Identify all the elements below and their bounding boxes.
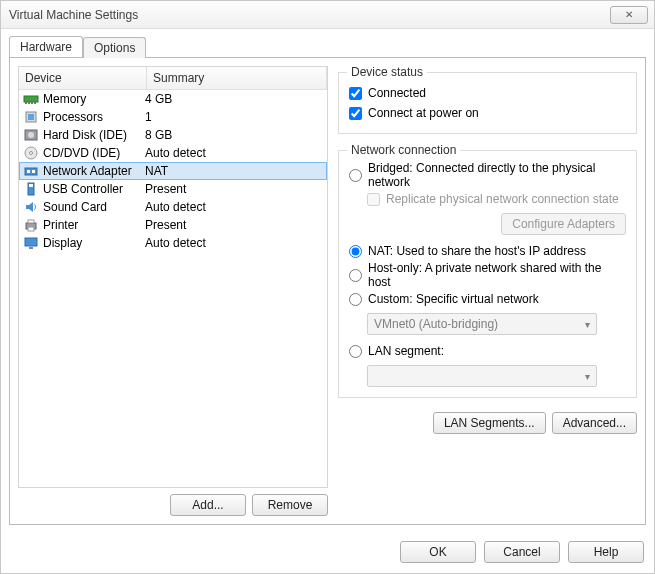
hardware-panel: Device Summary Memory4 GBProcessors1Hard… (9, 57, 646, 525)
add-button[interactable]: Add... (170, 494, 246, 516)
device-name: Hard Disk (IDE) (43, 128, 127, 142)
replicate-checkbox (367, 193, 380, 206)
svg-rect-17 (28, 220, 34, 223)
device-name: CD/DVD (IDE) (43, 146, 120, 160)
disk-icon (23, 127, 39, 143)
configure-adapters-button: Configure Adapters (501, 213, 626, 235)
lan-segment-select (367, 365, 597, 387)
cd-icon (23, 145, 39, 161)
svg-rect-18 (28, 227, 34, 231)
hostonly-radio-row[interactable]: Host-only: A private network shared with… (349, 261, 626, 289)
device-row[interactable]: CD/DVD (IDE)Auto detect (19, 144, 327, 162)
svg-rect-4 (34, 102, 36, 104)
connect-poweron-checkbox[interactable] (349, 107, 362, 120)
connected-label: Connected (368, 86, 426, 100)
lan-segment-radio-row[interactable]: LAN segment: (349, 341, 626, 361)
device-row[interactable]: Memory4 GB (19, 90, 327, 108)
svg-rect-20 (29, 247, 33, 249)
content-area: Hardware Options Device Summary Memory4 … (1, 29, 654, 573)
device-row[interactable]: PrinterPresent (19, 216, 327, 234)
ok-button[interactable]: OK (400, 541, 476, 563)
col-header-device[interactable]: Device (19, 67, 147, 89)
svg-point-10 (30, 152, 33, 155)
help-button[interactable]: Help (568, 541, 644, 563)
connected-checkbox-row[interactable]: Connected (349, 83, 626, 103)
custom-network-select: VMnet0 (Auto-bridging) (367, 313, 597, 335)
device-summary: NAT (145, 164, 323, 178)
svg-rect-2 (28, 102, 30, 104)
replicate-label: Replicate physical network connection st… (386, 192, 619, 206)
device-row[interactable]: Sound CardAuto detect (19, 198, 327, 216)
bridged-radio-row[interactable]: Bridged: Connected directly to the physi… (349, 161, 626, 189)
device-summary: 4 GB (145, 92, 323, 106)
svg-rect-3 (31, 102, 33, 104)
close-icon: ✕ (625, 9, 633, 20)
sound-icon (23, 199, 39, 215)
device-name: USB Controller (43, 182, 123, 196)
device-list[interactable]: Device Summary Memory4 GBProcessors1Hard… (18, 66, 328, 488)
remove-button[interactable]: Remove (252, 494, 328, 516)
device-row[interactable]: Hard Disk (IDE)8 GB (19, 126, 327, 144)
svg-rect-13 (32, 170, 35, 173)
svg-rect-1 (25, 102, 27, 104)
connected-checkbox[interactable] (349, 87, 362, 100)
device-summary: Present (145, 182, 323, 196)
device-status-title: Device status (347, 65, 427, 79)
connect-poweron-checkbox-row[interactable]: Connect at power on (349, 103, 626, 123)
device-summary: Auto detect (145, 200, 323, 214)
device-summary: Auto detect (145, 236, 323, 250)
svg-rect-15 (29, 184, 33, 187)
lan-segment-radio[interactable] (349, 345, 362, 358)
svg-rect-12 (27, 170, 30, 173)
bridged-radio[interactable] (349, 169, 362, 182)
device-row[interactable]: Network AdapterNAT (19, 162, 327, 180)
device-name: Sound Card (43, 200, 107, 214)
nat-label: NAT: Used to share the host's IP address (368, 244, 586, 258)
cpu-icon (23, 109, 39, 125)
custom-radio[interactable] (349, 293, 362, 306)
network-connection-group: Network connection Bridged: Connected di… (338, 150, 637, 398)
nat-radio-row[interactable]: NAT: Used to share the host's IP address (349, 241, 626, 261)
device-row[interactable]: DisplayAuto detect (19, 234, 327, 252)
device-name: Printer (43, 218, 78, 232)
replicate-checkbox-row: Replicate physical network connection st… (367, 189, 626, 209)
nat-radio[interactable] (349, 245, 362, 258)
device-name: Processors (43, 110, 103, 124)
cancel-button[interactable]: Cancel (484, 541, 560, 563)
display-icon (23, 235, 39, 251)
left-column: Device Summary Memory4 GBProcessors1Hard… (18, 66, 328, 516)
net-icon (23, 163, 39, 179)
hostonly-radio[interactable] (349, 269, 362, 282)
device-row[interactable]: Processors1 (19, 108, 327, 126)
svg-rect-11 (25, 168, 37, 175)
vm-settings-dialog: Virtual Machine Settings ✕ Hardware Opti… (0, 0, 655, 574)
svg-rect-0 (24, 96, 38, 102)
svg-rect-19 (25, 238, 37, 246)
close-button[interactable]: ✕ (610, 6, 648, 24)
device-name: Display (43, 236, 82, 250)
network-connection-title: Network connection (347, 143, 460, 157)
device-summary: Auto detect (145, 146, 323, 160)
bridged-label: Bridged: Connected directly to the physi… (368, 161, 626, 189)
advanced-button[interactable]: Advanced... (552, 412, 637, 434)
custom-radio-row[interactable]: Custom: Specific virtual network (349, 289, 626, 309)
device-row[interactable]: USB ControllerPresent (19, 180, 327, 198)
device-status-group: Device status Connected Connect at power… (338, 72, 637, 134)
col-header-summary[interactable]: Summary (147, 67, 327, 89)
svg-rect-6 (28, 114, 34, 120)
network-buttons-row: LAN Segments... Advanced... (338, 412, 637, 434)
svg-point-8 (28, 132, 34, 138)
lan-segment-label: LAN segment: (368, 344, 444, 358)
hostonly-label: Host-only: A private network shared with… (368, 261, 626, 289)
device-list-header: Device Summary (19, 67, 327, 90)
tabs: Hardware Options (9, 35, 646, 57)
connect-poweron-label: Connect at power on (368, 106, 479, 120)
titlebar: Virtual Machine Settings ✕ (1, 1, 654, 29)
custom-label: Custom: Specific virtual network (368, 292, 539, 306)
tab-options[interactable]: Options (83, 37, 146, 58)
device-name: Network Adapter (43, 164, 132, 178)
lan-segments-button[interactable]: LAN Segments... (433, 412, 546, 434)
dialog-footer: OK Cancel Help (1, 533, 654, 573)
window-title: Virtual Machine Settings (9, 8, 138, 22)
tab-hardware[interactable]: Hardware (9, 36, 83, 57)
